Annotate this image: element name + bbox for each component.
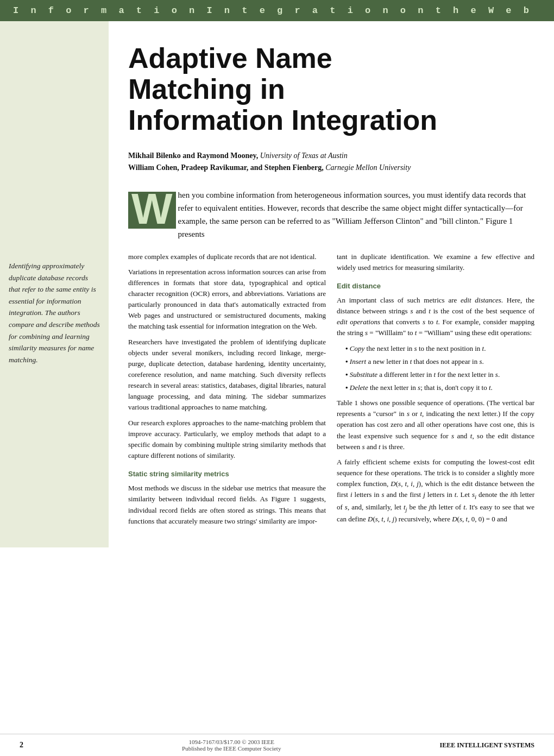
page-wrapper: Identifying approximately duplicate data…: [0, 21, 554, 547]
main-content: Adaptive Name Matching in Information In…: [109, 21, 554, 547]
column-1: more complex examples of duplicate recor…: [128, 251, 326, 531]
bullet-substitute: Substitute a different letter in t for t…: [345, 369, 534, 380]
authors: Mikhail Bilenko and Raymond Mooney, Univ…: [128, 152, 534, 172]
title-line2: Matching in: [128, 74, 534, 105]
bullet-delete: Delete the next letter in s; that is, do…: [345, 382, 534, 393]
footer: 2 1094-7167/03/$17.00 © 2003 IEEE Publis…: [0, 734, 554, 756]
footer-right: IEEE INTELLIGENT SYSTEMS: [439, 741, 534, 749]
header-text: I n f o r m a t i o n I n t e g r a t i …: [13, 5, 532, 16]
col1-para5: Most methods we discuss in the sidebar u…: [128, 483, 326, 527]
two-column-body: more complex examples of duplicate recor…: [128, 251, 534, 531]
col1-para2: Variations in representation across info…: [128, 267, 326, 332]
col2-intro: tant in duplicate identification. We exa…: [337, 251, 534, 273]
bullet-copy: Copy the next letter in s to the next po…: [345, 343, 534, 354]
section1-heading: Static string similarity metrics: [128, 469, 326, 480]
footer-center: 1094-7167/03/$17.00 © 2003 IEEE Publishe…: [182, 739, 281, 752]
author1-affil: University of Texas at Austin: [260, 152, 348, 160]
author2-names: William Cohen, Pradeep Ravikumar, and St…: [128, 163, 324, 172]
page-number: 2: [20, 741, 23, 749]
col2-para1: An important class of such metrics are e…: [337, 295, 534, 339]
col1-para4: Our research explores approaches to the …: [128, 418, 326, 462]
sidebar: Identifying approximately duplicate data…: [0, 21, 109, 547]
title-line3: Information Integration: [128, 105, 534, 136]
col1-para1: more complex examples of duplicate recor…: [128, 251, 326, 262]
article-title: Adaptive Name Matching in Information In…: [128, 43, 534, 136]
section2-heading: Edit distance: [337, 281, 534, 292]
bullet-insert: Insert a new letter in t that does not a…: [345, 356, 534, 367]
footer-line1: 1094-7167/03/$17.00 © 2003 IEEE: [182, 739, 281, 745]
sidebar-content: Identifying approximately duplicate data…: [9, 260, 100, 366]
col1-para3: Researchers have investigated the proble…: [128, 337, 326, 413]
bullet-list: Copy the next letter in s to the next po…: [345, 343, 534, 394]
dropcap-letter: W: [128, 192, 176, 229]
dropcap-section: W hen you combine information from heter…: [128, 188, 534, 241]
sidebar-text: Identifying approximately duplicate data…: [0, 32, 109, 379]
col2-para3: A fairly efficient scheme exists for com…: [337, 457, 534, 525]
title-line1: Adaptive Name: [128, 43, 534, 74]
column-2: tant in duplicate identification. We exa…: [337, 251, 534, 531]
author1-names: Mikhail Bilenko and Raymond Mooney,: [128, 152, 258, 160]
footer-line2: Published by the IEEE Computer Society: [182, 745, 281, 752]
author2-affil: Carnegie Mellon University: [325, 163, 411, 172]
col2-para2: Table 1 shows one possible sequence of o…: [337, 398, 534, 452]
dropcap-para-text: hen you combine information from heterog…: [178, 191, 526, 238]
header-bar: I n f o r m a t i o n I n t e g r a t i …: [0, 0, 554, 21]
